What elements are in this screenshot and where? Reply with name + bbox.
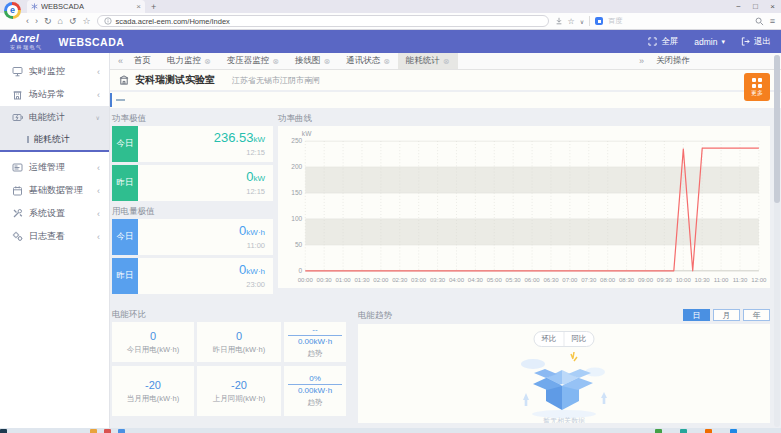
sidebar-subitem-能耗统计[interactable]: 能耗统计: [0, 129, 109, 150]
content-tab-label: 电力监控: [167, 55, 201, 67]
comparison-value: 0: [150, 330, 156, 342]
quick-access-button[interactable]: 更多: [744, 73, 770, 101]
sidebar-group: 实时监控‹: [0, 60, 109, 83]
legend-item-同比[interactable]: 同比: [564, 332, 594, 346]
tab-close-icon[interactable]: ⊗: [323, 57, 330, 66]
new-tab-button[interactable]: +: [151, 2, 156, 13]
tab-close-icon[interactable]: ⊗: [204, 57, 211, 66]
chevron-expanded-icon: ∨: [96, 114, 100, 121]
browser-tab[interactable]: WEBSCADA ×: [27, 0, 145, 13]
chevron-collapsed-icon: ‹: [97, 67, 100, 77]
content-tab-4[interactable]: 通讯状态⊗: [338, 53, 398, 69]
content-tabbar: « 首页电力监控⊗变压器监控⊗接线图⊗通讯状态⊗能耗统计⊗ » 关闭操作: [110, 53, 781, 70]
energy-icon: [12, 112, 23, 123]
taskbar-app-icon[interactable]: [104, 429, 111, 433]
sidebar-item-3[interactable]: 运维管理‹: [0, 156, 109, 179]
svg-text:04:00: 04:00: [449, 277, 465, 283]
maximize-button[interactable]: □: [747, 0, 764, 13]
scrollbar-thumb[interactable]: [774, 55, 780, 203]
ratio-divider: [288, 335, 342, 336]
sidebar-item-4[interactable]: 基础数据管理‹: [0, 179, 109, 202]
menu-icon[interactable]: ≡: [770, 16, 775, 26]
search-engine-icon[interactable]: [595, 17, 603, 25]
tab-close-icon[interactable]: ⊗: [383, 57, 390, 66]
browser-logo-icon[interactable]: e: [4, 2, 21, 19]
sidebar-item-2[interactable]: 电能统计∨: [0, 106, 109, 129]
submenu-bullet-icon: [27, 136, 29, 143]
period-button-日[interactable]: 日: [683, 309, 710, 321]
comparison-card-0: 0今日用电(kW·h): [112, 322, 194, 362]
minimize-button[interactable]: −: [730, 0, 747, 13]
period-button-月[interactable]: 月: [713, 309, 740, 321]
collapse-dash-icon[interactable]: [116, 99, 125, 101]
address-bar[interactable]: scada.acrel-eem.com/Home/Index: [97, 15, 549, 27]
energy-trend-title: 电能趋势: [358, 309, 392, 321]
panel-collapse-handle[interactable]: [110, 93, 112, 107]
browser-titlebar: e WEBSCADA × + − □ ×: [0, 0, 781, 13]
tabs-scroll-left-icon[interactable]: «: [115, 56, 126, 66]
close-button[interactable]: ×: [764, 0, 781, 13]
taskbar-tray-icon[interactable]: [705, 429, 712, 433]
close-operations-menu[interactable]: 关闭操作: [656, 55, 690, 67]
reload-icon[interactable]: ↻: [44, 16, 52, 26]
logout-button[interactable]: 退出: [741, 36, 771, 48]
sidebar-subitem-label: 能耗统计: [34, 133, 70, 146]
content-tab-0[interactable]: 首页: [126, 53, 159, 69]
sidebar-item-0[interactable]: 实时监控‹: [0, 60, 109, 83]
period-button-年[interactable]: 年: [743, 309, 770, 321]
sidebar-item-5[interactable]: 系统设置‹: [0, 202, 109, 225]
svg-text:10:30: 10:30: [695, 277, 711, 283]
svg-text:06:30: 06:30: [543, 277, 559, 283]
fullscreen-label: 全屏: [661, 36, 678, 48]
home-icon[interactable]: ⌂: [58, 16, 63, 26]
user-menu[interactable]: admin ▾: [694, 37, 725, 47]
stat-card-body: 236.53kW12:15: [138, 126, 273, 162]
favorite-star-icon[interactable]: ☆: [568, 17, 575, 26]
svg-text:01:00: 01:00: [336, 277, 352, 283]
forward-icon[interactable]: ›: [35, 16, 38, 26]
dropdown-chevron-icon[interactable]: ∨: [580, 18, 584, 25]
history-icon[interactable]: ↺: [69, 16, 77, 26]
download-icon[interactable]: [555, 17, 563, 25]
taskbar-tray-icon[interactable]: [655, 429, 662, 433]
stat-card-0: 今日0kW·h11:00: [112, 219, 273, 255]
comparison-value: 0: [236, 330, 242, 342]
sidebar-item-label: 系统设置: [29, 207, 65, 220]
fullscreen-button[interactable]: 全屏: [648, 36, 678, 48]
taskbar-app-icon[interactable]: [90, 429, 97, 433]
sidebar-item-6[interactable]: 日志查看‹: [0, 225, 109, 248]
station-bar: 安科瑞测试实验室 江苏省无锡市江阴市南闸: [110, 70, 781, 90]
tab-close-icon[interactable]: ⊗: [272, 57, 279, 66]
power-extremes-title: 功率极值: [112, 112, 273, 124]
stat-value: 0kW·h: [239, 263, 265, 278]
tab-close-icon[interactable]: ⊗: [443, 57, 450, 66]
content-tab-1[interactable]: 电力监控⊗: [159, 53, 219, 69]
svg-text:00:30: 00:30: [317, 277, 333, 283]
chevron-collapsed-icon: ‹: [97, 186, 100, 196]
sidebar-item-label: 实时监控: [29, 65, 65, 78]
taskbar-start-icon[interactable]: [0, 429, 7, 433]
legend-item-环比[interactable]: 环比: [535, 332, 564, 346]
content-tab-2[interactable]: 变压器监控⊗: [219, 53, 287, 69]
sidebar-item-1[interactable]: 场站异常‹: [0, 83, 109, 106]
chevron-collapsed-icon: ‹: [97, 209, 100, 219]
taskbar-tray-icon[interactable]: [730, 429, 737, 433]
tab-close-icon[interactable]: ×: [136, 3, 141, 11]
content-tab-3[interactable]: 接线图⊗: [287, 53, 338, 69]
site-info-icon[interactable]: [104, 17, 112, 25]
stat-card-body: 0kW·h11:00: [138, 219, 273, 255]
back-icon[interactable]: ‹: [26, 16, 29, 26]
taskbar-app-icon[interactable]: [118, 429, 125, 433]
comparison-label: 上月同期(kW·h): [213, 394, 266, 404]
search-icon[interactable]: [755, 17, 764, 26]
scrollbar[interactable]: [774, 55, 780, 427]
energy-trend-panel: 环比同比: [358, 324, 770, 423]
stat-card-1: 昨日0kW·h23:00: [112, 258, 273, 294]
bookmark-star-icon[interactable]: ☆: [83, 16, 91, 26]
tabs-scroll-right-icon[interactable]: »: [636, 56, 647, 66]
ratio-bottom: 0.00kW·h: [298, 337, 332, 346]
content-tab-5[interactable]: 能耗统计⊗: [398, 53, 458, 69]
building-icon: [119, 75, 129, 85]
browser-toolbar: ‹ › ↻ ⌂ ↺ ☆ scada.acrel-eem.com/Home/Ind…: [0, 13, 781, 30]
taskbar-tray-icon[interactable]: [680, 429, 687, 433]
